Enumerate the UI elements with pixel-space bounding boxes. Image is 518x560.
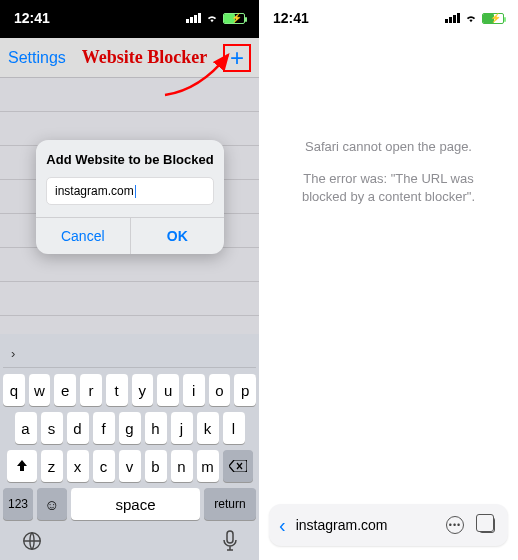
- key-w[interactable]: w: [29, 374, 51, 406]
- key-n[interactable]: n: [171, 450, 193, 482]
- mic-icon[interactable]: [222, 530, 238, 552]
- key-q[interactable]: q: [3, 374, 25, 406]
- key-u[interactable]: u: [157, 374, 179, 406]
- key-t[interactable]: t: [106, 374, 128, 406]
- settings-button[interactable]: Settings: [8, 49, 66, 67]
- key-c[interactable]: c: [93, 450, 115, 482]
- add-website-alert: Add Website to be Blocked instagram.com …: [36, 140, 224, 254]
- key-y[interactable]: y: [132, 374, 154, 406]
- key-m[interactable]: m: [197, 450, 219, 482]
- key-s[interactable]: s: [41, 412, 63, 444]
- key-h[interactable]: h: [145, 412, 167, 444]
- key-a[interactable]: a: [15, 412, 37, 444]
- status-bar: 12:41 ⚡: [259, 0, 518, 38]
- key-f[interactable]: f: [93, 412, 115, 444]
- nav-bar: Settings Website Blocker +: [0, 38, 259, 78]
- url-text[interactable]: instagram.com: [296, 517, 434, 533]
- globe-icon[interactable]: [21, 530, 43, 552]
- shift-key[interactable]: [7, 450, 37, 482]
- keyboard: › qwertyuiop asdfghjkl zxcvbnm 123 ☺ spa…: [0, 334, 259, 560]
- add-button-highlight: +: [223, 44, 251, 72]
- battery-icon: ⚡: [482, 13, 504, 24]
- key-j[interactable]: j: [171, 412, 193, 444]
- error-line-2: The error was: "The URL was blocked by a…: [289, 170, 488, 206]
- safari-address-bar[interactable]: ‹ instagram.com •••: [269, 504, 508, 546]
- cellular-icon: [186, 13, 201, 23]
- key-x[interactable]: x: [67, 450, 89, 482]
- status-icons: ⚡: [445, 13, 504, 24]
- space-key[interactable]: space: [71, 488, 200, 520]
- status-icons: ⚡: [186, 13, 245, 24]
- key-r[interactable]: r: [80, 374, 102, 406]
- back-icon[interactable]: ‹: [279, 514, 286, 537]
- key-z[interactable]: z: [41, 450, 63, 482]
- key-g[interactable]: g: [119, 412, 141, 444]
- key-d[interactable]: d: [67, 412, 89, 444]
- list-row: [0, 282, 259, 316]
- svg-rect-1: [227, 531, 233, 543]
- annotation-title: Website Blocker: [82, 47, 207, 68]
- key-i[interactable]: i: [183, 374, 205, 406]
- key-l[interactable]: l: [223, 412, 245, 444]
- key-p[interactable]: p: [234, 374, 256, 406]
- add-button[interactable]: +: [230, 46, 244, 70]
- clock: 12:41: [14, 10, 50, 26]
- website-input[interactable]: instagram.com: [46, 177, 214, 205]
- battery-icon: ⚡: [223, 13, 245, 24]
- delete-key[interactable]: [223, 450, 253, 482]
- left-screenshot: 12:41 ⚡ Settings Website Blocker +: [0, 0, 259, 560]
- wifi-icon: [205, 13, 219, 23]
- alert-title: Add Website to be Blocked: [36, 140, 224, 177]
- error-line-1: Safari cannot open the page.: [289, 138, 488, 156]
- cancel-button[interactable]: Cancel: [36, 218, 131, 254]
- key-e[interactable]: e: [54, 374, 76, 406]
- right-screenshot: 12:41 ⚡ Safari cannot open the page. The…: [259, 0, 518, 560]
- wifi-icon: [464, 13, 478, 23]
- list-row: [0, 78, 259, 112]
- numbers-key[interactable]: 123: [3, 488, 33, 520]
- return-key[interactable]: return: [204, 488, 256, 520]
- page-menu-icon[interactable]: •••: [444, 514, 466, 536]
- cellular-icon: [445, 13, 460, 23]
- ok-button[interactable]: OK: [131, 218, 225, 254]
- key-v[interactable]: v: [119, 450, 141, 482]
- key-o[interactable]: o: [209, 374, 231, 406]
- safari-error: Safari cannot open the page. The error w…: [259, 38, 518, 207]
- key-k[interactable]: k: [197, 412, 219, 444]
- emoji-key[interactable]: ☺: [37, 488, 67, 520]
- clock: 12:41: [273, 10, 309, 26]
- status-bar: 12:41 ⚡: [0, 0, 259, 38]
- website-input-value: instagram.com: [55, 184, 134, 198]
- suggestion-bar[interactable]: ›: [3, 340, 256, 368]
- chevron-right-icon[interactable]: ›: [11, 346, 15, 361]
- tabs-icon[interactable]: [476, 514, 498, 536]
- key-b[interactable]: b: [145, 450, 167, 482]
